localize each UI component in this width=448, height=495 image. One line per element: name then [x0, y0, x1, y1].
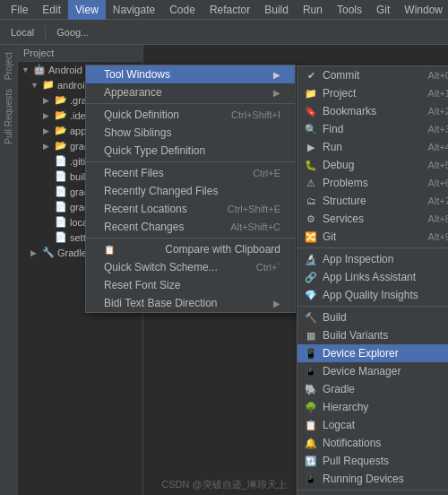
menu-window[interactable]: Window [397, 0, 448, 20]
folder-icon: 📂 [55, 140, 67, 152]
submenu-structure[interactable]: 🗂 Structure Alt+7 [297, 192, 448, 210]
submenu-gradle[interactable]: 🐘 Gradle [297, 380, 448, 398]
debug-icon: 🐛 [305, 160, 317, 171]
view-menu[interactable]: Tool Windows ▶ Appearance ▶ Quick Defini… [85, 65, 296, 313]
submenu-run[interactable]: ▶ Run Alt+4 [297, 138, 448, 156]
menu-item-label: Show Siblings [104, 126, 171, 139]
submenu-app-quality[interactable]: 💎 App Quality Insights [297, 286, 448, 304]
submenu-logcat[interactable]: 📋 Logcat [297, 416, 448, 434]
submenu-debug[interactable]: 🐛 Debug Alt+5 [297, 156, 448, 174]
shortcut-label: Ctrl+` [256, 262, 280, 273]
submenu-label: Build [323, 311, 347, 324]
submenu-git[interactable]: 🔀 Git Alt+9 [297, 228, 448, 246]
menu-git[interactable]: Git [369, 0, 397, 20]
menu-recent-files[interactable]: Recent Files Ctrl+E [86, 164, 295, 182]
menu-tools[interactable]: Tools [330, 0, 369, 20]
submenu-arrow: ▶ [273, 299, 280, 308]
menu-refactor[interactable]: Refactor [202, 0, 257, 20]
submenu-commit[interactable]: ✔ Commit Alt+0 [297, 66, 448, 84]
tree-label: app [70, 126, 86, 136]
toolbar-google[interactable]: Goog... [51, 25, 94, 39]
toolbar-local[interactable]: Local [5, 25, 39, 39]
submenu-app-links[interactable]: 🔗 App Links Assistant [297, 268, 448, 286]
sidebar-title: Project [23, 48, 54, 58]
shortcut-label: Ctrl+Shift+E [228, 204, 280, 214]
submenu-label: Hierarchy [323, 401, 368, 413]
menu-tool-windows[interactable]: Tool Windows ▶ [86, 65, 295, 83]
shortcut-label: Alt+8 [428, 213, 448, 224]
submenu-label: Pull Requests [323, 455, 389, 467]
submenu-build[interactable]: 🔨 Build [297, 308, 448, 326]
main-area: Project Pull Requests Project ▼ 🤖 Androi… [0, 45, 448, 495]
shortcut-label: Ctrl+E [253, 168, 280, 178]
side-strip: Project Pull Requests [0, 45, 18, 495]
submenu-label: Find [323, 123, 343, 135]
submenu-device-manager[interactable]: 📱 Device Manager [297, 362, 448, 380]
submenu-label: Project [323, 87, 356, 100]
menu-view[interactable]: View [68, 0, 106, 20]
menu-recent-changes[interactable]: Recent Changes Alt+Shift+C [86, 218, 295, 236]
menu-recent-locations[interactable]: Recent Locations Ctrl+Shift+E [86, 200, 295, 218]
toolbar-google-label: Goog... [56, 27, 89, 38]
device-manager-icon: 📱 [305, 366, 317, 378]
submenu-find[interactable]: 🔍 Find Alt+3 [297, 120, 448, 138]
menu-show-siblings[interactable]: Show Siblings [86, 124, 295, 142]
item-left: 📱 Device Manager [305, 365, 401, 378]
menu-appearance[interactable]: Appearance ▶ [86, 83, 295, 101]
menu-code[interactable]: Code [162, 0, 202, 20]
menu-recently-changed[interactable]: Recently Changed Files [86, 182, 295, 200]
menu-edit[interactable]: Edit [35, 0, 68, 20]
file-icon: 📄 [55, 186, 67, 197]
menu-file[interactable]: File [4, 0, 35, 20]
menu-quick-definition[interactable]: Quick Definition Ctrl+Shift+I [86, 106, 295, 124]
menu-bidi-text[interactable]: Bidi Text Base Direction ▶ [86, 294, 295, 312]
tree-arrow: ▶ [43, 96, 52, 105]
submenu-build-variants[interactable]: ▦ Build Variants [297, 326, 448, 344]
app-quality-icon: 💎 [305, 290, 317, 301]
menu-quick-switch[interactable]: Quick Switch Scheme... Ctrl+` [86, 258, 295, 276]
menu-item-label: Quick Type Definition [104, 144, 205, 157]
submenu-running-devices[interactable]: 📱 Running Devices [297, 470, 448, 488]
submenu-notifications[interactable]: 🔔 Notifications [297, 434, 448, 452]
shortcut-label: Alt+4 [428, 142, 448, 152]
watermark-text: CSDN @突破自迹_琳琅天上 [161, 479, 287, 490]
submenu-project[interactable]: 📁 Project Alt+1 [297, 84, 448, 102]
item-left: 🔀 Git [305, 230, 336, 243]
sidebar-header: Project [18, 45, 142, 62]
submenu-services[interactable]: ⚙ Services Alt+8 [297, 210, 448, 228]
menu-item-label: Recent Locations [104, 203, 187, 215]
clipboard-icon: 📋 [104, 245, 115, 255]
menu-separator [86, 161, 295, 162]
submenu-problems[interactable]: ⚠ Problems Alt+6 [297, 174, 448, 192]
menu-compare-clipboard[interactable]: 📋 Compare with Clipboard [86, 240, 295, 258]
submenu-bookmarks[interactable]: 🔖 Bookmarks Alt+2 [297, 102, 448, 120]
submenu-label: Running Devices [323, 473, 404, 485]
menu-item-label: Bidi Text Base Direction [104, 297, 218, 309]
submenu-label: App Quality Insights [323, 289, 418, 301]
strip-project[interactable]: Project [2, 48, 15, 83]
file-icon: 📄 [55, 231, 67, 243]
submenu-separator [297, 490, 448, 491]
file-icon: 📄 [55, 170, 67, 182]
item-left: ⚠ Problems [305, 177, 368, 189]
android-icon: 🤖 [33, 64, 46, 75]
shortcut-label: Alt+1 [428, 88, 448, 99]
menu-run[interactable]: Run [296, 0, 330, 20]
submenu-pull-requests[interactable]: 🔃 Pull Requests [297, 452, 448, 470]
device-explorer-icon: 📱 [305, 348, 317, 360]
menu-reset-font[interactable]: Reset Font Size [86, 276, 295, 294]
submenu-device-explorer[interactable]: 📱 Device Explorer [297, 344, 448, 362]
menu-separator [86, 238, 295, 239]
strip-pull[interactable]: Pull Requests [2, 85, 15, 148]
submenu-hierarchy[interactable]: 🌳 Hierarchy [297, 398, 448, 416]
watermark: CSDN @突破自迹_琳琅天上 [161, 478, 287, 491]
item-left: 📁 Project [305, 87, 356, 100]
submenu-app-inspection[interactable]: 🔬 App Inspection [297, 250, 448, 268]
tool-windows-submenu[interactable]: ✔ Commit Alt+0 📁 Project Alt+1 🔖 Bookm [297, 65, 448, 495]
menu-build[interactable]: Build [257, 0, 296, 20]
menu-navigate[interactable]: Navigate [106, 0, 162, 20]
menu-quick-type-def[interactable]: Quick Type Definition [86, 142, 295, 160]
submenu-label: Debug [323, 159, 354, 171]
submenu-label: Structure [323, 195, 366, 207]
services-icon: ⚙ [305, 213, 317, 225]
